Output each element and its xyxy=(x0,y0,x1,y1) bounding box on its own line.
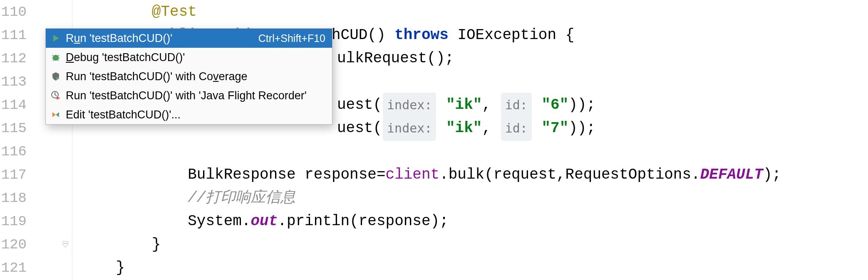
line-number: 112 xyxy=(0,51,30,66)
line-number: 116 xyxy=(0,144,30,160)
menu-run-coverage[interactable]: Run 'testBatchCUD()' with Coverage xyxy=(46,67,332,86)
line-number: 113 xyxy=(0,74,30,90)
code-line xyxy=(72,140,868,163)
line-number: 118 xyxy=(0,190,30,206)
code-line: } xyxy=(72,233,868,256)
menu-shortcut: Ctrl+Shift+F10 xyxy=(258,32,325,44)
param-hint: index: xyxy=(383,93,436,118)
menu-label: Run 'testBatchCUD()' with 'Java Flight R… xyxy=(66,89,320,102)
code-line: System.out.println(response); xyxy=(72,210,868,233)
run-icon xyxy=(51,33,61,43)
context-menu: Run 'testBatchCUD()' Ctrl+Shift+F10 Debu… xyxy=(45,28,332,125)
edit-config-icon xyxy=(51,110,61,120)
profiler-icon xyxy=(51,91,61,101)
param-hint: id: xyxy=(501,116,532,141)
param-hint: index: xyxy=(383,116,436,141)
line-number: 120 xyxy=(0,237,30,253)
line-number: 119 xyxy=(0,214,30,229)
code-line: BulkResponse response=client.bulk(reques… xyxy=(72,163,868,187)
line-number: 115 xyxy=(0,120,30,136)
line-number: 111 xyxy=(0,27,30,43)
svg-line-9 xyxy=(53,59,54,61)
menu-edit-config[interactable]: Edit 'testBatchCUD()'... xyxy=(46,105,332,124)
svg-line-13 xyxy=(55,95,57,96)
menu-run-jfr[interactable]: Run 'testBatchCUD()' with 'Java Flight R… xyxy=(46,86,332,105)
svg-line-5 xyxy=(52,55,54,56)
svg-line-10 xyxy=(57,59,59,61)
menu-run[interactable]: Run 'testBatchCUD()' Ctrl+Shift+F10 xyxy=(46,29,332,48)
fold-handle-icon[interactable] xyxy=(61,241,69,249)
editor-container: 110 111 112 113 114 115 116 117 118 119 … xyxy=(0,0,868,280)
line-number: 114 xyxy=(0,97,30,113)
code-line: //打印响应信息 xyxy=(72,187,868,210)
coverage-icon xyxy=(51,71,61,81)
line-number: 117 xyxy=(0,167,30,183)
param-hint: id: xyxy=(501,93,532,118)
menu-debug[interactable]: Debug 'testBatchCUD()' xyxy=(46,48,332,67)
line-number: 110 xyxy=(0,4,30,20)
code-line: @Test xyxy=(72,0,868,24)
menu-label: Run 'testBatchCUD()' with Coverage xyxy=(66,70,320,83)
menu-label: Run 'testBatchCUD()' xyxy=(66,32,253,45)
line-number: 121 xyxy=(0,260,30,276)
menu-label: Edit 'testBatchCUD()'... xyxy=(66,108,320,121)
svg-line-6 xyxy=(57,55,59,56)
code-line: } xyxy=(72,256,868,280)
bug-icon xyxy=(51,52,61,62)
menu-label: Debug 'testBatchCUD()' xyxy=(66,51,320,64)
